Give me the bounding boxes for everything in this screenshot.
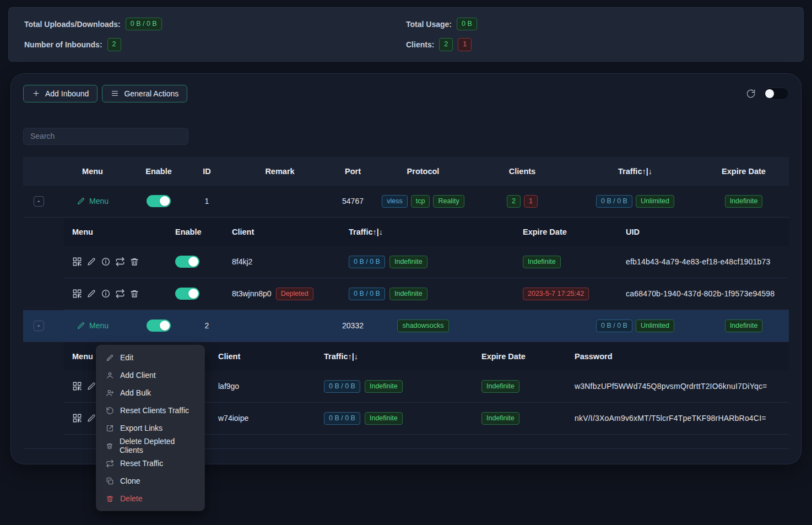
client-expire: Indefinite [473, 412, 566, 425]
plus-icon [32, 89, 40, 98]
client-name: laf9go [210, 382, 316, 391]
inbound-menu-button[interactable]: Menu [77, 321, 109, 330]
qr-code-icon [72, 381, 82, 391]
add-inbound-button[interactable]: Add Inbound [23, 85, 98, 102]
search-input[interactable] [23, 128, 188, 145]
collapse-row-button[interactable]: - [34, 321, 44, 331]
collapse-row-button[interactable]: - [34, 196, 44, 207]
hamburger-icon [111, 89, 119, 98]
menu-item-export-links[interactable]: Export Links [96, 419, 204, 437]
edit-client-button[interactable] [86, 413, 96, 423]
inbound-1-clients-table: Menu Enable Client Traffic↑|↓ Expire Dat… [64, 218, 789, 310]
dark-mode-toggle[interactable] [764, 88, 789, 100]
header-traffic[interactable]: Traffic↑|↓ [340, 228, 515, 236]
menu-item-delete[interactable]: Delete [96, 490, 204, 507]
client-traffic: 0 B / 0 B Indefinite [316, 380, 473, 393]
menu-item-clone[interactable]: Clone [96, 472, 204, 490]
enable-toggle[interactable] [175, 288, 199, 300]
client-traffic: 0 B / 0 B Indefinite [316, 412, 473, 425]
header-protocol: Protocol [373, 167, 473, 176]
protocol-badge: Reality [433, 195, 464, 208]
toggle-knob [188, 257, 198, 267]
qr-code-icon [72, 413, 82, 423]
toolbar: Add Inbound General Actions [23, 85, 789, 102]
person-icon [106, 371, 114, 380]
person-plus-icon [106, 389, 114, 397]
clients-depleted-badge: 1 [524, 195, 538, 208]
clone-icon [106, 477, 114, 485]
info-icon [101, 257, 111, 267]
delete-client-button[interactable] [129, 257, 139, 267]
repeat-icon [115, 257, 125, 267]
stat-total-usage-label: Total Usage: [406, 20, 452, 29]
enable-toggle[interactable] [147, 320, 171, 332]
client-name: 8t3wjnn8p0 [232, 289, 272, 298]
delete-client-button[interactable] [129, 289, 139, 299]
inbound-id: 1 [186, 197, 228, 205]
qr-code-button[interactable] [72, 289, 82, 299]
trash-icon [106, 442, 113, 450]
protocol-badge: shadowsocks [397, 320, 448, 332]
menu-item-add-bulk[interactable]: Add Bulk [96, 384, 204, 402]
traffic-total-badge: Unlimited [636, 195, 674, 208]
header-traffic[interactable]: Traffic↑|↓ [572, 167, 699, 176]
enable-toggle[interactable] [175, 256, 199, 268]
inbounds-table-header: Menu Enable ID Remark Port Protocol Clie… [23, 157, 789, 186]
inbound-traffic: 0 B / 0 B Unlimited [572, 320, 699, 332]
client-expire: Indefinite [515, 256, 618, 268]
edit-client-button[interactable] [86, 381, 96, 391]
traffic-badge: 0 B / 0 B [596, 320, 632, 332]
menu-item-label: Delete Depleted Clients [120, 437, 195, 454]
client-uid: ca68470b-1940-437d-802b-1f9573e94598 [618, 289, 789, 298]
client-traffic: 0 B / 0 B Indefinite [340, 256, 515, 268]
traffic-total-badge: Indefinite [365, 412, 403, 425]
client-info-button[interactable] [101, 257, 111, 267]
menu-item-add-client[interactable]: Add Client [96, 366, 204, 384]
inbound-traffic: 0 B / 0 B Unlimited [572, 195, 699, 208]
client-expire: 2023-5-7 17:25:42 [515, 288, 618, 300]
header-enable: Enable [167, 228, 224, 236]
inbound-menu-button[interactable]: Menu [77, 197, 109, 205]
stat-number-of-inbounds-value: 2 [107, 38, 121, 51]
reset-client-traffic-button[interactable] [115, 257, 125, 267]
header-expire-date: Expire Date [515, 228, 618, 236]
menu-item-label: Reset Traffic [120, 459, 163, 468]
header-traffic[interactable]: Traffic↑|↓ [316, 352, 473, 361]
expire-badge: 2023-5-7 17:25:42 [523, 288, 589, 300]
header-remark: Remark [228, 167, 332, 176]
stat-number-of-inbounds: Number of Inbounds: 2 [24, 38, 406, 51]
header-password: Password [566, 352, 789, 361]
qr-code-icon [72, 289, 82, 299]
stat-clients-depleted-value: 1 [458, 38, 472, 51]
client-info-button[interactable] [101, 289, 111, 299]
menu-item-delete-depleted-clients[interactable]: Delete Depleted Clients [96, 437, 204, 454]
export-icon [106, 424, 114, 432]
menu-item-label: Clone [120, 477, 140, 485]
clients-active-badge: 2 [507, 195, 521, 208]
pencil-icon [86, 413, 96, 423]
edit-client-button[interactable] [86, 257, 96, 267]
qr-code-button[interactable] [72, 413, 82, 423]
menu-item-reset-traffic[interactable]: Reset Traffic [96, 454, 204, 472]
edit-client-button[interactable] [86, 289, 96, 299]
depleted-badge: Depleted [276, 288, 313, 300]
menu-item-label: Delete [120, 494, 142, 503]
reset-client-traffic-button[interactable] [115, 289, 125, 299]
stat-uploads-downloads-value: 0 B / 0 B [126, 18, 162, 30]
inbound-clients-counts: 2 1 [473, 195, 572, 208]
qr-code-button[interactable] [72, 381, 82, 391]
client-traffic: 0 B / 0 B Indefinite [340, 288, 515, 300]
toolbar-right [746, 88, 789, 100]
enable-toggle[interactable] [147, 195, 171, 207]
menu-item-label: Add Client [120, 371, 156, 380]
traffic-badge: 0 B / 0 B [596, 195, 632, 208]
general-actions-button[interactable]: General Actions [102, 85, 187, 102]
inbound-expire: Indefinite [699, 195, 789, 208]
header-menu: Menu [64, 228, 167, 236]
qr-code-button[interactable] [72, 257, 82, 267]
menu-item-edit[interactable]: Edit [96, 349, 204, 366]
menu-item-reset-clients-traffic[interactable]: Reset Clients Traffic [96, 402, 204, 419]
refresh-button[interactable] [746, 89, 756, 99]
stat-uploads-downloads-label: Total Uploads/Downloads: [24, 20, 121, 29]
expire-badge: Indefinite [523, 256, 561, 268]
